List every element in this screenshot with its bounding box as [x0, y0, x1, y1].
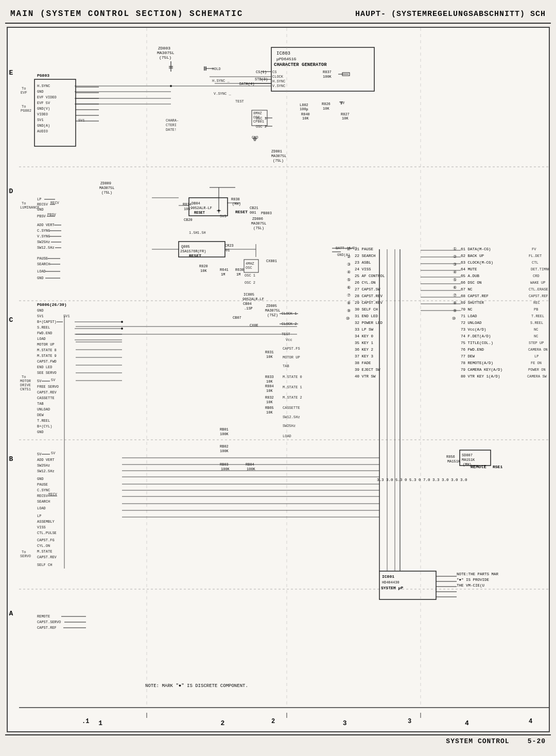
svg-text:1.5H: 1.5H [189, 231, 198, 235]
svg-text:⑤: ⑤ [347, 278, 351, 282]
svg-text:ZD805: ZD805 [266, 304, 277, 308]
svg-text:DEW: DEW [37, 413, 44, 417]
svg-text:(75Z): (75Z) [267, 313, 278, 317]
svg-text:R840: R840 [301, 112, 310, 116]
svg-text:⑩: ⑩ [452, 316, 456, 321]
svg-text:M.STATE 2: M.STATE 2 [283, 396, 302, 400]
svg-text:To: To [22, 550, 26, 554]
svg-text:①: ① [347, 247, 351, 251]
svg-text:STB(3): STB(3) [255, 77, 268, 81]
svg-text:SD807: SD807 [462, 453, 473, 457]
svg-text:LOAD: LOAD [37, 337, 46, 341]
svg-text:STEP UP: STEP UP [529, 341, 544, 345]
svg-text:CHARACTER GENERATOR: CHARACTER GENERATOR [274, 62, 327, 67]
svg-text:μPD6451G: μPD6451G [276, 57, 297, 61]
svg-text:MA3075L: MA3075L [99, 186, 114, 190]
svg-text:80  VTR KEY 1(A/D): 80 VTR KEY 1(A/D) [461, 374, 500, 379]
svg-text:PG806(26/30): PG806(26/30) [37, 302, 67, 307]
svg-text:1M: 1M [236, 272, 240, 277]
svg-text:CASSETTE: CASSETTE [283, 406, 300, 410]
svg-text:70  NC: 70 NC [461, 307, 473, 312]
svg-text:LP: LP [37, 197, 41, 201]
svg-text:ZD801: ZD801 [271, 149, 282, 153]
svg-text:To: To [22, 87, 26, 91]
svg-text:S.REEL: S.REEL [530, 321, 543, 325]
svg-text:63  CLOCK(M-CG): 63 CLOCK(M-CG) [461, 261, 493, 265]
svg-text:R630: R630 [235, 268, 244, 272]
svg-text:MA3075L: MA3075L [251, 221, 266, 226]
svg-text:EVF VIDEO: EVF VIDEO [37, 95, 57, 99]
svg-text:LP: LP [37, 514, 41, 518]
svg-text:ZD806: ZD806 [252, 217, 263, 221]
svg-text:FL.DET: FL.DET [529, 254, 542, 258]
svg-text:MOTOR UP: MOTOR UP [37, 342, 55, 347]
svg-text:100μ: 100μ [300, 107, 308, 111]
svg-text:T.REEL: T.REEL [37, 419, 50, 423]
svg-text:DB04: DB04 [192, 201, 200, 205]
svg-text:(75L): (75L) [273, 159, 284, 163]
svg-text:IC801: IC801 [382, 574, 394, 579]
svg-text:RESET: RESET [194, 211, 205, 215]
svg-text:40  VTR SW: 40 VTR SW [355, 374, 376, 379]
svg-text:B+(CYL): B+(CYL) [37, 424, 52, 428]
system-control-label: SYSTEM CONTROL [446, 737, 527, 745]
svg-text:CB20: CB20 [184, 218, 193, 222]
svg-text:③: ③ [347, 262, 351, 267]
svg-text:37  KEY 3: 37 KEY 3 [355, 354, 374, 358]
col-num-4: 4 [465, 719, 469, 727]
svg-text:GND(A): GND(A) [37, 124, 50, 128]
svg-text:10K: 10K [266, 380, 273, 384]
svg-text:TAB: TAB [37, 402, 44, 406]
schematic-svg: ZD803 MA3075L (75L) IC803 μPD6451G CHARA… [19, 28, 550, 732]
svg-text:LP: LP [534, 354, 538, 358]
col-num-1: 1 [98, 719, 102, 727]
svg-text:C.SYNC: C.SYNC [37, 488, 50, 492]
svg-text:R833: R833 [265, 375, 274, 379]
svg-text:GND: GND [37, 308, 44, 313]
svg-text:29  CAPST.REV: 29 CAPST.REV [355, 301, 383, 305]
svg-text:34  KEY 0: 34 KEY 0 [355, 334, 374, 338]
svg-text:5V: 5V [37, 379, 42, 383]
svg-text:IC803: IC803 [276, 51, 290, 56]
svg-text:MA3075L: MA3075L [265, 308, 280, 313]
svg-text:R834: R834 [183, 202, 192, 207]
svg-text:CTL.ERASE: CTL.ERASE [529, 287, 548, 291]
svg-text:To: To [22, 201, 26, 205]
page: MAIN (SYSTEM CONTROL SECTION) SCHEMATIC … [0, 0, 556, 756]
svg-text:⑥: ⑥ [347, 285, 351, 290]
svg-text:MA3075L: MA3075L [271, 154, 286, 158]
svg-text:CAMERA ON: CAMERA ON [528, 348, 548, 352]
svg-text:CAPST.REF: CAPST.REF [529, 294, 548, 298]
svg-text:CPB01: CPB01 [253, 119, 264, 124]
svg-text:CAPST.FS: CAPST.FS [283, 347, 300, 351]
svg-text:L802: L802 [300, 103, 308, 107]
svg-text:10K: 10K [266, 389, 273, 393]
svg-text:OSC: OSC [253, 115, 260, 119]
svg-text:77  DEW: 77 DEW [461, 354, 475, 358]
svg-text:10K: 10K [266, 410, 273, 415]
svg-text:RB01: RB01 [220, 427, 229, 432]
svg-text:74  F.DET(A/D): 74 F.DET(A/D) [461, 334, 491, 338]
svg-text:③: ③ [453, 262, 457, 267]
section-label-c: C [9, 316, 13, 324]
svg-text:④: ④ [347, 270, 351, 274]
svg-text:⑧: ⑧ [453, 301, 457, 305]
header-title-left: MAIN (SYSTEM CONTROL SECTION) SCHEMATIC [10, 9, 243, 19]
svg-text:NC: NC [534, 328, 538, 332]
svg-text:GND: GND [37, 477, 44, 481]
svg-text:33  LP SW: 33 LP SW [355, 328, 374, 332]
svg-text:100K: 100K [220, 449, 229, 453]
svg-text:PBSV: PBSV [47, 213, 57, 217]
svg-text:H.SYNC: H.SYNC [272, 79, 285, 83]
svg-text:CB07: CB07 [233, 316, 241, 320]
svg-text:MA151K: MA151K [462, 458, 475, 462]
svg-text:GND: GND [37, 430, 44, 434]
svg-text:SEARCH: SEARCH [37, 262, 50, 266]
column-numbers: 1 2 3 4 [19, 719, 549, 727]
svg-text:SV1: SV1 [37, 118, 44, 122]
svg-text:MA151K: MA151K [447, 459, 461, 463]
svg-text:10K: 10K [266, 355, 273, 359]
svg-text:PAUSE: PAUSE [37, 483, 48, 487]
section-label-a: A [9, 610, 13, 617]
svg-text:69  SHUTTER: 69 SHUTTER [461, 301, 484, 305]
